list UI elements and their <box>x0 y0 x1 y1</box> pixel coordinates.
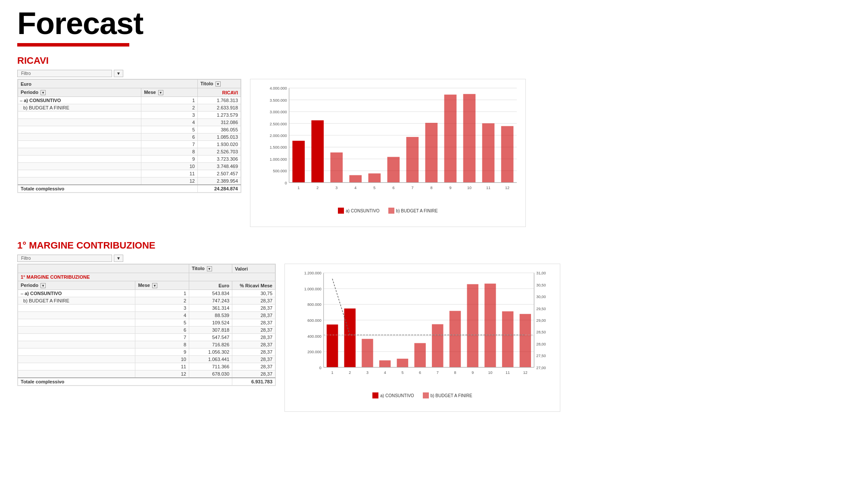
titolo-dropdown[interactable]: ▼ <box>216 81 221 87</box>
svg-rect-32 <box>425 123 438 183</box>
margine-periodo-dropdown[interactable]: ▼ <box>41 283 46 288</box>
margine-cell-pct: 30,75 <box>232 290 275 297</box>
periodo-dropdown[interactable]: ▼ <box>41 90 46 95</box>
margine-row: 12678.03028,37 <box>18 370 275 378</box>
ricavi-filter-input[interactable]: Filtro <box>17 70 112 77</box>
svg-text:200.000: 200.000 <box>307 350 321 354</box>
margine-chart-wrap: 0200.000400.000600.000800.0001.000.0001.… <box>284 264 560 412</box>
margine-cell-pct: 28,37 <box>232 327 275 334</box>
margine-row: 3361.31428,37 <box>18 305 275 312</box>
margine-cell-euro: 678.030 <box>189 370 232 378</box>
margine-cell-euro: 747.243 <box>189 297 232 305</box>
margine-cell-mese: 1 <box>135 290 189 297</box>
ricavi-row: b) BUDGET A FINIRE22.633.918 <box>18 104 241 112</box>
svg-rect-38 <box>482 123 495 182</box>
ricavi-row: 122.389.954 <box>18 177 241 185</box>
ricavi-th-value: RICAVI <box>198 88 241 97</box>
svg-rect-87 <box>502 311 513 367</box>
ricavi-th-titolo: Titolo ▼ <box>198 80 241 88</box>
svg-text:4.000.000: 4.000.000 <box>270 86 287 90</box>
margine-th-empty <box>18 264 189 273</box>
ricavi-cell-mese: 1 <box>141 97 198 104</box>
ricavi-cell-value: 1.768.313 <box>198 97 241 104</box>
ricavi-chart-legend: a) CONSUNTIVO b) BUDGET A FINIRE <box>255 208 521 214</box>
ricavi-chart-wrap: 0500.0001.000.0001.500.0002.000.0002.500… <box>250 79 526 227</box>
ricavi-cell-mese: 6 <box>141 134 198 141</box>
margine-title: 1° MARGINE CONTRIBUZIONE <box>17 240 845 251</box>
ricavi-cell-mese: 5 <box>141 126 198 134</box>
svg-text:7: 7 <box>437 370 439 375</box>
margine-cell-mese: 8 <box>135 341 189 348</box>
margine-cell-mese: 5 <box>135 319 189 327</box>
margine-cell-periodo <box>18 327 135 334</box>
margine-cell-euro: 716.826 <box>189 341 232 348</box>
svg-text:10: 10 <box>467 186 472 190</box>
margine-row: 7547.54728,37 <box>18 334 275 341</box>
margine-cell-pct: 28,37 <box>232 348 275 356</box>
ricavi-cell-mese: 4 <box>141 119 198 126</box>
svg-rect-24 <box>350 175 362 183</box>
margine-th-mese: Mese ▼ <box>135 281 189 290</box>
ricavi-row: – a) CONSUNTIVO11.768.313 <box>18 97 241 104</box>
ricavi-filter-row: Filtro ▼ <box>17 70 845 77</box>
margine-legend-dot-b <box>423 392 429 398</box>
ricavi-title: RICAVI <box>17 55 845 66</box>
page-header: Forecast <box>0 0 862 47</box>
ricavi-cell-periodo <box>18 126 141 134</box>
ricavi-total-row: Totale complessivo24.284.874 <box>18 185 241 193</box>
ricavi-cell-mese: 2 <box>141 104 198 112</box>
ricavi-cell-value: 386.055 <box>198 126 241 134</box>
ricavi-content: Euro Titolo ▼ Periodo ▼ Mese ▼ RICAVI <box>17 79 845 227</box>
ricavi-filter-icon[interactable]: ▼ <box>114 70 123 77</box>
svg-text:0: 0 <box>285 181 287 185</box>
margine-cell-pct: 28,37 <box>232 297 275 305</box>
ricavi-cell-mese: 10 <box>141 163 198 170</box>
margine-th-euro: Euro <box>189 281 232 290</box>
ricavi-cell-periodo <box>18 141 141 148</box>
margine-cell-euro: 1.056.302 <box>189 348 232 356</box>
margine-legend-label-a: a) CONSUNTIVO <box>380 393 414 398</box>
ricavi-cell-value: 3.748.469 <box>198 163 241 170</box>
margine-cell-periodo <box>18 319 135 327</box>
margine-cell-pct: 28,37 <box>232 370 275 378</box>
svg-text:29,00: 29,00 <box>536 318 546 323</box>
margine-cell-mese: 12 <box>135 370 189 378</box>
svg-text:3.500.000: 3.500.000 <box>270 98 287 103</box>
svg-text:3.000.000: 3.000.000 <box>270 110 287 114</box>
margine-th-valori: Valori <box>232 264 275 273</box>
svg-rect-36 <box>463 94 476 183</box>
legend-dot-b <box>388 208 394 214</box>
margine-filter-input[interactable]: Filtro <box>17 255 112 262</box>
svg-text:8: 8 <box>454 370 456 375</box>
margine-cell-euro: 307.818 <box>189 327 232 334</box>
margine-cell-periodo: b) BUDGET A FINIRE <box>18 297 135 305</box>
svg-rect-28 <box>387 157 400 182</box>
margine-filter-icon[interactable]: ▼ <box>114 255 123 262</box>
svg-text:2.500.000: 2.500.000 <box>270 122 287 126</box>
margine-cell-euro: 547.547 <box>189 334 232 341</box>
ricavi-cell-periodo <box>18 156 141 163</box>
svg-text:500.000: 500.000 <box>273 169 287 173</box>
ricavi-cell-mese: 12 <box>141 177 198 185</box>
svg-rect-22 <box>330 152 343 183</box>
margine-filter-row: Filtro ▼ <box>17 255 845 262</box>
svg-text:1.000.000: 1.000.000 <box>270 157 287 162</box>
margine-th-label2 <box>189 273 275 281</box>
margine-legend-consuntivo: a) CONSUNTIVO <box>372 392 414 398</box>
mese-dropdown[interactable]: ▼ <box>158 90 163 95</box>
ricavi-th-periodo: Periodo ▼ <box>18 88 141 97</box>
svg-rect-81 <box>450 311 461 367</box>
ricavi-cell-periodo <box>18 134 141 141</box>
ricavi-cell-value: 1.085.013 <box>198 134 241 141</box>
svg-text:2: 2 <box>349 370 351 375</box>
svg-text:3: 3 <box>366 370 369 375</box>
svg-text:6: 6 <box>392 186 394 190</box>
svg-text:1: 1 <box>297 186 300 190</box>
legend-dot-a <box>338 208 344 214</box>
svg-rect-30 <box>406 137 419 183</box>
margine-row: – a) CONSUNTIVO1543.83430,75 <box>18 290 275 297</box>
svg-text:1.000.000: 1.000.000 <box>304 287 322 291</box>
svg-text:600.000: 600.000 <box>307 318 321 323</box>
margine-titolo-dropdown[interactable]: ▼ <box>207 266 212 271</box>
margine-mese-dropdown[interactable]: ▼ <box>152 283 157 288</box>
